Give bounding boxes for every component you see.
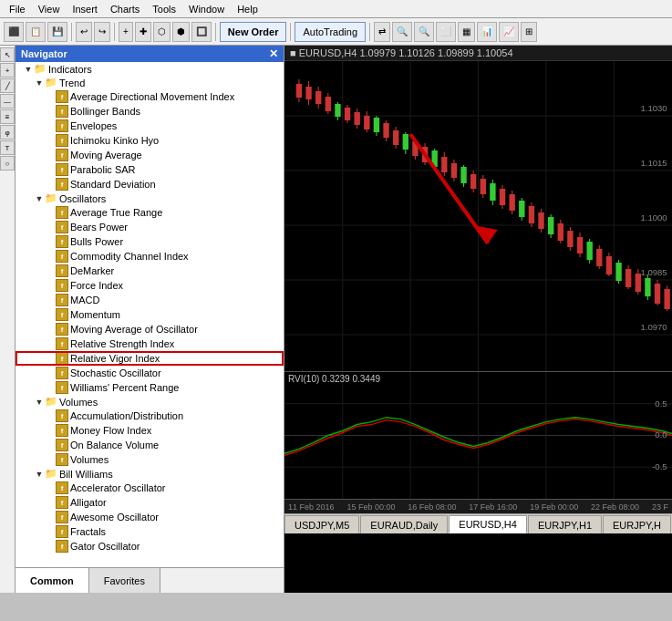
svg-text:0.0: 0.0 [655,431,667,440]
toolbar-btn-2[interactable]: 📋 [26,22,46,42]
left-btn-shapes[interactable]: ○ [0,156,15,171]
tree-item-bulls[interactable]: f Bulls Power [16,234,284,249]
chart-tab-usdjpy[interactable]: USDJPY,M5 [284,515,359,533]
menu-file[interactable]: File [4,2,31,16]
toolbar-btn-3[interactable]: 💾 [47,22,67,42]
toolbar-btn-15[interactable]: ▦ [458,22,475,42]
menu-help[interactable]: Help [232,2,264,16]
tree-item-atr[interactable]: f Average True Range [16,205,284,220]
tree-trend-header[interactable]: ▼ 📁 Trend [16,76,284,89]
menu-tools[interactable]: Tools [147,2,181,16]
chart-tab-eurusd[interactable]: EURUSD,H4 [449,515,527,533]
toolbar-btn-16[interactable]: 📊 [477,22,497,42]
left-btn-crosshair[interactable]: + [0,63,15,78]
toolbar-btn-14[interactable]: ⬜ [436,22,456,42]
left-btn-hline[interactable]: — [0,94,15,109]
svg-rect-76 [606,256,612,274]
svg-rect-54 [500,189,505,205]
tree-item-ma[interactable]: f Moving Average [16,148,284,162]
toolbar-btn-10[interactable]: 🔲 [191,22,212,42]
svg-rect-56 [510,194,515,211]
tree-item-demarker[interactable]: f DeMarker [16,264,284,278]
tree-item-volumes[interactable]: f Volumes [16,452,284,467]
tree-item-osma[interactable]: f Moving Average of Oscillator [16,322,284,336]
tree-item-psar[interactable]: f Parabolic SAR [16,162,284,177]
menu-window[interactable]: Window [183,2,230,16]
tree-billwilliams-header[interactable]: ▼ 📁 Bill Williams [16,467,284,481]
tree-item-alligator[interactable]: f Alligator [16,495,284,510]
svg-rect-32 [393,130,398,145]
tree-item-rsi[interactable]: f Relative Strength Index [16,336,284,351]
tree-item-ichimoku[interactable]: f Ichimoku Kinko Hyo [16,133,284,148]
rvi-indicator-panel[interactable]: RVI(10) 0.3239 0.3449 0.5 [284,371,672,499]
svg-rect-22 [345,108,350,120]
toolbar-btn-7[interactable]: ✚ [135,22,151,42]
toolbar-btn-9[interactable]: ⬢ [172,22,190,42]
tree-indicators-root[interactable]: ▼ 📁 Indicators [16,62,284,76]
toolbar-btn-4[interactable]: ↩ [76,22,92,42]
tree-item-obv[interactable]: f On Balance Volume [16,438,284,452]
tree-item-bears[interactable]: f Bears Power [16,220,284,234]
toolbar-btn-8[interactable]: ⬡ [153,22,171,42]
expand-volumes-icon: ▼ [34,397,45,408]
left-btn-text[interactable]: T [0,140,15,155]
toolbar-btn-12[interactable]: 🔍 [392,22,412,42]
tree-item-force[interactable]: f Force Index [16,278,284,293]
toolbar-btn-6[interactable]: + [119,22,133,42]
tree-item-momentum[interactable]: f Momentum [16,307,284,322]
tree-item-ao[interactable]: f Awesome Oscillator [16,510,284,524]
nav-tab-favorites[interactable]: Favorites [89,568,160,593]
left-btn-cursor[interactable]: ↖ [0,47,15,62]
expand-billwilliams-icon: ▼ [34,469,45,480]
toolbar-btn-1[interactable]: ⬛ [4,22,24,42]
toolbar-btn-5[interactable]: ↪ [94,22,110,42]
toolbar-btn-17[interactable]: 📈 [499,22,519,42]
svg-rect-48 [470,174,476,189]
toolbar-btn-11[interactable]: ⇄ [374,22,390,42]
chart-tab-eurjpy-h1[interactable]: EURJPY,H1 [528,515,602,533]
menu-insert[interactable]: Insert [67,2,103,16]
svg-rect-16 [315,91,321,104]
nav-tab-common[interactable]: Common [16,568,89,593]
tree-volumes-header[interactable]: ▼ 📁 Volumes [16,395,284,409]
tree-item-bb[interactable]: f Bollinger Bands [16,104,284,119]
svg-rect-28 [374,118,379,132]
left-btn-channel[interactable]: ≡ [0,109,15,124]
chart-tab-euraud[interactable]: EURAUD,Daily [360,515,448,533]
menubar: File View Insert Charts Tools Window Hel… [0,0,672,18]
timeline-labels: 11 Feb 2016 15 Feb 00:00 16 Feb 08:00 17… [288,502,668,512]
tree-item-wpr[interactable]: f Williams' Percent Range [16,380,284,395]
left-btn-fib[interactable]: φ [0,125,15,140]
navigator-tree[interactable]: ▼ 📁 Indicators ▼ 📁 Trend f Average Direc… [16,62,284,567]
toolbar-btn-13[interactable]: 🔍 [414,22,434,42]
tree-item-stddev[interactable]: f Standard Deviation [16,177,284,191]
autotrading-button[interactable]: AutoTrading [295,22,366,42]
navigator-close-button[interactable]: ✕ [269,47,278,60]
tree-item-envelopes[interactable]: f Envelopes [16,119,284,133]
tree-oscillators-header[interactable]: ▼ 📁 Oscillators [16,191,284,205]
tree-item-ac[interactable]: f Accelerator Oscillator [16,481,284,495]
tree-item-macd[interactable]: f MACD [16,293,284,307]
tree-item-adx[interactable]: f Average Directional Movement Index [16,89,284,104]
navigator-title: Navigator [21,48,67,59]
main-candlestick-chart[interactable]: 1.1030 1.1015 1.1000 1.0985 1.0970 [284,61,672,371]
svg-rect-50 [481,179,486,194]
tree-item-ad[interactable]: f Accumulation/Distribution [16,409,284,423]
tree-item-rvi[interactable]: f Relative Vigor Index [16,351,284,366]
tree-item-fractals[interactable]: f Fractals [16,524,284,539]
toolbar: ⬛ 📋 💾 ↩ ↪ + ✚ ⬡ ⬢ 🔲 New Order AutoTradin… [0,18,672,46]
menu-charts[interactable]: Charts [105,2,145,16]
svg-rect-44 [451,163,457,178]
menu-view[interactable]: View [33,2,66,16]
chart-tabs: USDJPY,M5 EURAUD,Daily EURUSD,H4 EURJPY,… [284,513,672,533]
chart-header: ■ EURUSD,H4 1.09979 1.10126 1.09899 1.10… [284,46,672,61]
new-order-button[interactable]: New Order [220,22,287,42]
tree-item-stoch[interactable]: f Stochastic Oscillator [16,366,284,380]
tree-item-mfi[interactable]: f Money Flow Index [16,423,284,438]
svg-rect-26 [364,116,369,129]
tree-item-gator[interactable]: f Gator Oscillator [16,539,284,554]
toolbar-btn-18[interactable]: ⊞ [521,22,537,42]
tree-item-cci[interactable]: f Commodity Channel Index [16,249,284,264]
left-btn-line[interactable]: ╱ [0,78,15,93]
chart-tab-eurjpy-h[interactable]: EURJPY,H [603,515,671,533]
